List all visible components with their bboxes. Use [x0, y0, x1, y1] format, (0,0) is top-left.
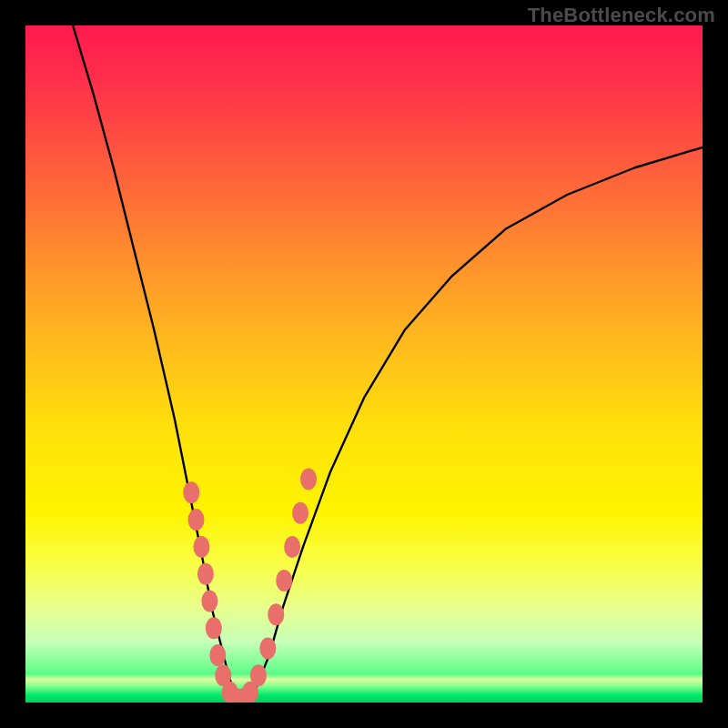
bead-icon [259, 637, 276, 659]
bead-icon [201, 590, 217, 612]
bead-icon [268, 603, 284, 625]
bottleneck-curve [25, 25, 703, 703]
bead-icon [193, 536, 209, 558]
bead-icon [292, 502, 308, 524]
bead-icon [276, 570, 292, 592]
bead-icon [209, 644, 226, 666]
bead-icon [250, 664, 267, 686]
bead-icon [300, 468, 317, 490]
bead-icon [183, 481, 199, 503]
chart-area [25, 25, 703, 703]
bead-icon [284, 536, 300, 558]
bead-group [183, 468, 317, 703]
bead-icon [197, 563, 214, 585]
bead-icon [187, 509, 204, 531]
curve-path [73, 25, 703, 703]
watermark-text: TheBottleneck.com [528, 4, 715, 27]
bead-icon [206, 617, 222, 639]
